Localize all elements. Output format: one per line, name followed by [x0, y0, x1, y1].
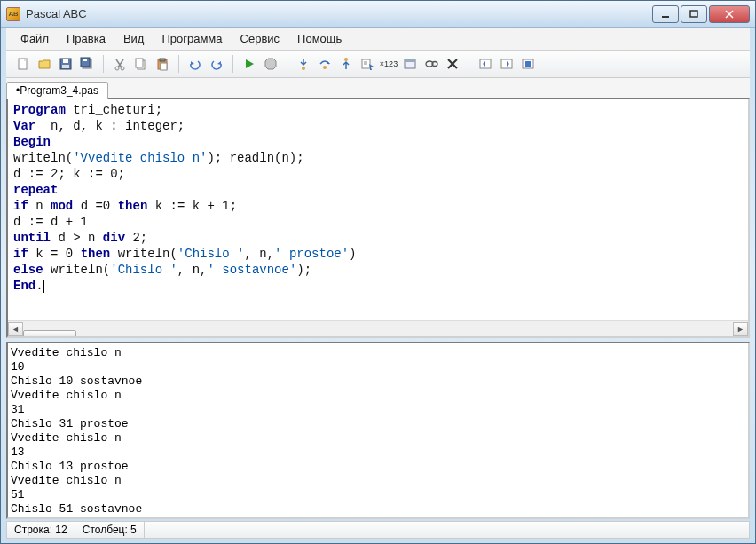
svg-rect-35: [525, 61, 531, 67]
svg-point-22: [344, 58, 348, 61]
cut-icon[interactable]: [110, 54, 130, 74]
svg-rect-10: [83, 59, 87, 61]
new-file-icon[interactable]: [13, 54, 33, 74]
window-title: Pascal ABC: [26, 7, 652, 20]
toggle-breakpoint-icon[interactable]: ×123: [379, 54, 398, 74]
copy-icon[interactable]: [131, 54, 151, 74]
status-col: Столбец: 5: [75, 522, 145, 538]
tab-active[interactable]: •Program3_4.pas: [6, 82, 108, 99]
close-button[interactable]: [709, 5, 750, 23]
tab-strip: •Program3_4.pas: [6, 78, 750, 98]
svg-rect-18: [160, 59, 165, 61]
horizontal-scrollbar[interactable]: ◄ ►: [8, 320, 748, 336]
menu-edit[interactable]: Правка: [59, 29, 113, 48]
tool-c-icon[interactable]: [518, 54, 538, 74]
minimize-button[interactable]: [652, 5, 679, 23]
step-over-icon[interactable]: [315, 54, 335, 74]
code-kw: Program: [13, 103, 66, 117]
editor-pane: Program tri_cheturi; Var n, d, k : integ…: [6, 98, 750, 338]
svg-rect-0: [662, 16, 669, 18]
window-controls: [652, 5, 750, 23]
menu-service[interactable]: Сервис: [233, 29, 287, 48]
menu-file[interactable]: Файл: [13, 29, 56, 48]
undo-icon[interactable]: [185, 54, 205, 74]
text-cursor: [43, 280, 44, 293]
svg-point-21: [323, 66, 327, 69]
status-spacer: [145, 522, 749, 538]
maximize-button[interactable]: [681, 5, 707, 23]
tool-a-icon[interactable]: [476, 54, 495, 74]
save-icon[interactable]: [56, 54, 75, 74]
scroll-right-icon[interactable]: ►: [733, 322, 748, 336]
clear-icon[interactable]: [443, 54, 462, 74]
save-all-icon[interactable]: [77, 54, 97, 74]
svg-rect-7: [62, 65, 69, 68]
watch-icon[interactable]: [421, 54, 441, 74]
svg-rect-27: [405, 59, 415, 62]
scroll-left-icon[interactable]: ◄: [8, 322, 23, 336]
svg-point-14: [121, 67, 124, 70]
code-editor[interactable]: Program tri_cheturi; Var n, d, k : integ…: [8, 99, 748, 320]
menubar: Файл Правка Вид Программа Сервис Помощь: [6, 28, 750, 51]
titlebar: AB Pascal ABC: [1, 1, 755, 28]
svg-rect-16: [136, 59, 143, 67]
statusbar: Строка: 12 Столбец: 5: [6, 521, 750, 539]
svg-point-13: [115, 67, 119, 70]
svg-rect-1: [690, 11, 697, 17]
output-pane[interactable]: Vvedite chislo n 10 Chislo 10 sostavnoe …: [6, 342, 750, 519]
step-into-icon[interactable]: [294, 54, 313, 74]
svg-point-20: [302, 67, 305, 70]
menu-help[interactable]: Помощь: [290, 29, 349, 48]
scroll-thumb[interactable]: [23, 330, 76, 339]
menu-view[interactable]: Вид: [116, 29, 152, 48]
window-icon[interactable]: [400, 54, 420, 74]
redo-icon[interactable]: [207, 54, 226, 74]
svg-rect-6: [63, 59, 68, 63]
paste-icon[interactable]: [153, 54, 172, 74]
stop-icon[interactable]: [261, 54, 280, 74]
svg-rect-19: [161, 63, 167, 70]
toolbar: ×123: [6, 51, 750, 78]
tool-b-icon[interactable]: [497, 54, 516, 74]
run-icon[interactable]: [240, 54, 259, 74]
app-icon: AB: [6, 7, 20, 21]
run-to-cursor-icon[interactable]: [358, 54, 377, 74]
status-line: Строка: 12: [7, 522, 75, 538]
open-file-icon[interactable]: [35, 54, 54, 74]
step-out-icon[interactable]: [336, 54, 356, 74]
menu-program[interactable]: Программа: [154, 29, 229, 48]
